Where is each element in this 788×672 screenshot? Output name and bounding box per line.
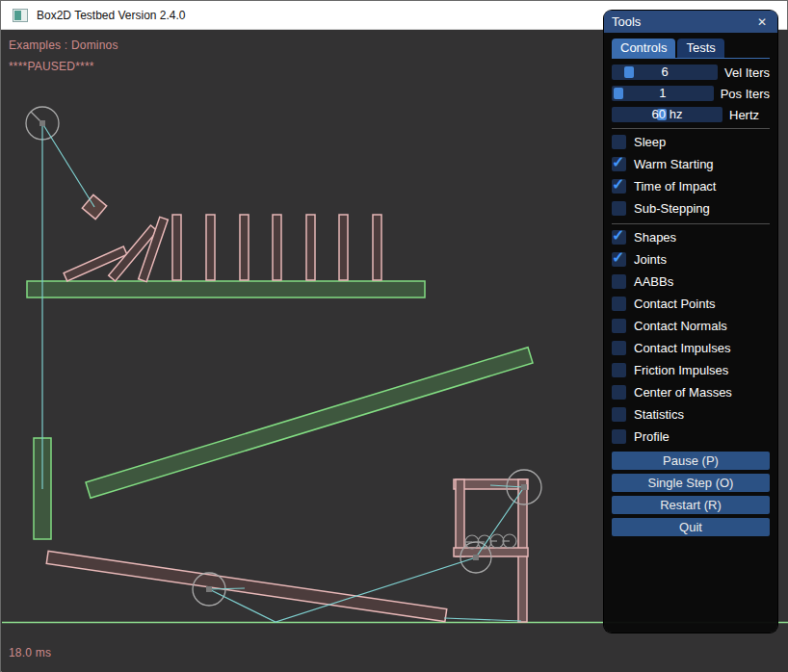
slider-label: Vel Iters: [724, 65, 770, 80]
checkbox: ✓: [612, 385, 626, 400]
window-title: Box2D Testbed Version 2.4.0: [37, 9, 186, 22]
checkbox-row-sub-stepping[interactable]: ✓ Sub-Stepping: [612, 201, 770, 216]
checkbox: ✓: [612, 319, 626, 333]
joint-anchors: [39, 120, 527, 592]
slider-row: 6 Vel Iters: [612, 65, 770, 80]
checkbox: ✓: [612, 230, 626, 245]
frame-time-label: 18.0 ms: [9, 646, 51, 659]
checkbox: ✓: [612, 363, 626, 377]
checkbox-row-time-of-impact[interactable]: ✓ Time of Impact: [612, 179, 770, 194]
check-icon: ✓: [612, 248, 624, 267]
separator: [612, 128, 770, 129]
pause-button[interactable]: Pause (P): [612, 452, 770, 470]
fallen-dominoes: [64, 217, 168, 281]
separator: [612, 223, 770, 224]
checkbox-row-profile[interactable]: ✓ Profile: [612, 429, 770, 444]
checkbox-row-contact-points[interactable]: ✓ Contact Points: [612, 297, 770, 311]
tools-panel-titlebar[interactable]: Tools ✕: [604, 11, 777, 33]
tab-tests[interactable]: Tests: [677, 39, 723, 58]
checkbox: ✓: [612, 407, 626, 422]
tab-controls[interactable]: Controls: [612, 39, 675, 58]
checkbox: ✓: [612, 341, 626, 355]
checkbox-row-center-of-masses[interactable]: ✓ Center of Masses: [612, 385, 770, 400]
checkbox: ✓: [612, 429, 626, 444]
checkbox-row-contact-normals[interactable]: ✓ Contact Normals: [612, 319, 770, 333]
hertz-slider[interactable]: 60 hz: [612, 107, 722, 122]
checkbox-row-joints[interactable]: ✓ Joints: [612, 252, 770, 267]
slider-label: Pos Iters: [721, 87, 770, 101]
checkbox-row-statistics[interactable]: ✓ Statistics: [612, 407, 770, 422]
domino-platform: [27, 281, 425, 297]
tools-panel-title: Tools: [612, 14, 641, 29]
slider-row: 1 Pos Iters: [612, 86, 770, 101]
checkbox: ✓: [612, 252, 626, 267]
slider-value: 60 hz: [612, 107, 722, 122]
checkbox: ✓: [612, 297, 626, 311]
checkbox-row-friction-impulses[interactable]: ✓ Friction Impulses: [612, 363, 770, 377]
check-icon: ✓: [612, 175, 624, 194]
single-step-button[interactable]: Single Step (O): [612, 474, 770, 492]
restart-button[interactable]: Restart (R): [612, 496, 770, 514]
paused-label: ****PAUSED****: [9, 60, 94, 73]
right-frame-structure: [454, 479, 528, 622]
checkbox-row-aabbs[interactable]: ✓ AABBs: [612, 274, 770, 289]
checkbox: ✓: [612, 274, 626, 289]
tab-bar: Controls Tests: [612, 39, 770, 59]
checkbox: ✓: [612, 135, 626, 149]
pos-iters-slider[interactable]: 1: [612, 86, 714, 101]
check-icon: ✓: [612, 226, 624, 245]
check-icon: ✓: [612, 153, 624, 171]
slider-row: 60 hz Hertz: [612, 107, 770, 122]
slider-value: 6: [612, 65, 718, 80]
vel-iters-slider[interactable]: 6: [612, 65, 718, 80]
app-window: Box2D Testbed Version 2.4.0 ✕: [0, 0, 788, 672]
checkbox: ✓: [612, 179, 626, 194]
upright-dominoes: [172, 215, 381, 280]
quit-button[interactable]: Quit: [612, 518, 770, 536]
app-icon: [13, 9, 28, 22]
checkbox: ✓: [612, 157, 626, 171]
checkbox: ✓: [612, 201, 626, 216]
checkbox-row-warm-starting[interactable]: ✓ Warm Starting: [612, 157, 770, 171]
checkbox-row-contact-impulses[interactable]: ✓ Contact Impulses: [612, 341, 770, 355]
slider-value: 1: [612, 86, 714, 101]
tools-panel: Tools ✕ Controls Tests 6 Vel Iters: [604, 11, 777, 633]
tilted-green-plank: [86, 348, 533, 499]
tools-panel-close-icon[interactable]: ✕: [754, 14, 770, 30]
slider-label: Hertz: [729, 108, 759, 122]
checkbox-row-sleep[interactable]: ✓ Sleep: [612, 135, 770, 149]
example-label: Examples : Dominos: [9, 39, 118, 52]
checkbox-row-shapes[interactable]: ✓ Shapes: [612, 230, 770, 245]
